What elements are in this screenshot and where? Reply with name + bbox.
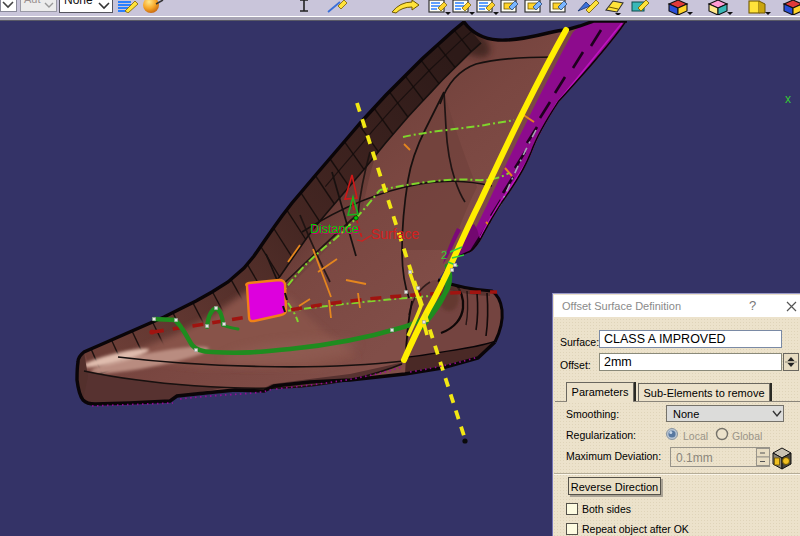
svg-text:Surface: Surface bbox=[371, 226, 419, 242]
svg-text:x: x bbox=[785, 92, 791, 106]
svg-text:2: 2 bbox=[441, 249, 447, 261]
svg-text:Distance: Distance bbox=[310, 222, 359, 236]
